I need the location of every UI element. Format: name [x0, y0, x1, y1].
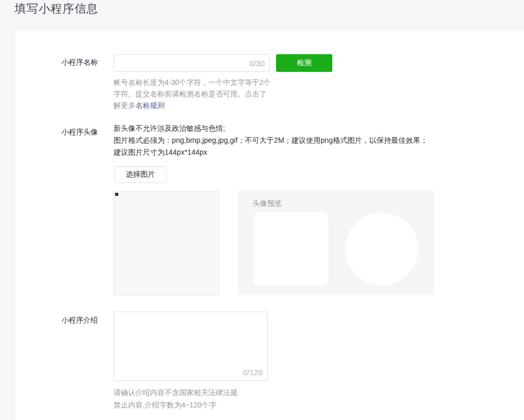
- choose-image-button[interactable]: 选择图片: [114, 166, 167, 183]
- avatar-rule-line1: 新头像不允许涉及政治敏感与色情;: [114, 122, 428, 134]
- intro-hint: 请确认介绍内容不含国家相关法律法规 禁止内容,介绍字数为4~120个字: [114, 386, 238, 411]
- intro-hint-line1: 请确认介绍内容不含国家相关法律法规: [114, 386, 238, 399]
- avatar-preview-panel: 头像预览: [238, 190, 434, 294]
- mini-program-avatar-label: 小程序头像: [61, 128, 98, 137]
- crop-resize-handle[interactable]: [115, 193, 118, 196]
- avatar-rules: 新头像不允许涉及政治敏感与色情; 图片格式必须为：png,bmp,jpeg,jp…: [114, 122, 428, 158]
- intro-textarea-wrap: 0/120: [114, 312, 268, 381]
- avatar-preview-circle: [345, 213, 418, 286]
- mini-program-name-input[interactable]: [114, 54, 270, 72]
- name-hint: 帐号名称长度为4-30个字符，一个中文字等于2个字符。提交名称前请检测名称是否可…: [114, 77, 273, 111]
- avatar-preview-square: [254, 212, 328, 286]
- avatar-preview-title: 头像预览: [253, 199, 282, 208]
- avatar-rule-line2: 图片格式必须为：png,bmp,jpeg,jpg,gif；不可大于2M；建议使用…: [114, 134, 428, 158]
- name-rules-link[interactable]: 名称规则: [135, 101, 165, 109]
- intro-hint-line2: 禁止内容,介绍字数为4~120个字: [114, 399, 238, 411]
- form-card: 小程序名称 0/30 检测 帐号名称长度为4-30个字符，一个中文字等于2个字符…: [16, 30, 524, 420]
- avatar-crop-area[interactable]: [114, 191, 219, 295]
- mini-program-intro-label: 小程序介绍: [61, 316, 98, 325]
- mini-program-intro-textarea[interactable]: [114, 312, 268, 381]
- page-title: 填写小程序信息: [15, 1, 98, 17]
- name-input-wrap: 0/30: [114, 54, 270, 72]
- check-name-button[interactable]: 检测: [276, 54, 332, 72]
- mini-program-name-label: 小程序名称: [61, 58, 98, 67]
